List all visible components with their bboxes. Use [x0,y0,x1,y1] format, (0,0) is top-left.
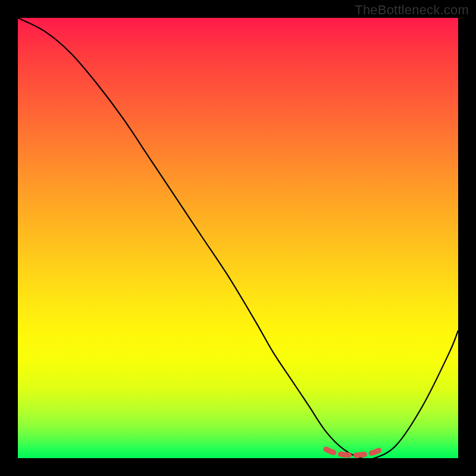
bottleneck-curve-svg [18,18,458,458]
watermark-text: TheBottleneck.com [355,2,469,18]
bottleneck-curve [18,18,458,459]
chart-plot-area [18,18,458,458]
